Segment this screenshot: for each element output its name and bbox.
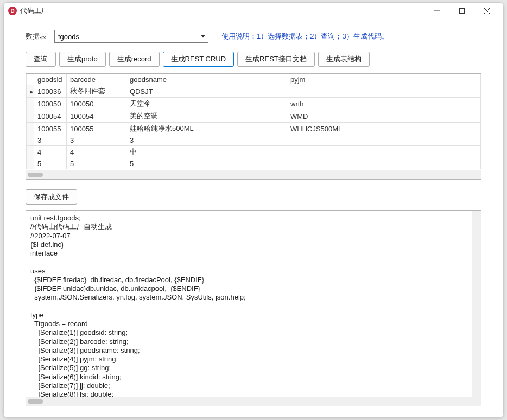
cell-barcode[interactable]: 4 — [67, 146, 126, 158]
cell-goodsid[interactable]: 4 — [34, 146, 67, 158]
cell-pyjm[interactable]: wrth — [287, 98, 481, 110]
row-indicator-cell[interactable] — [27, 135, 34, 146]
cell-pyjm[interactable] — [287, 158, 481, 169]
row-indicator-cell[interactable]: ▸ — [27, 85, 34, 98]
table-row[interactable]: ▸100036秋冬四件套QDSJT — [27, 85, 481, 98]
table-row[interactable]: 100050100050天堂伞wrth — [27, 98, 481, 110]
grid-col-goodsid[interactable]: goodsid — [34, 74, 67, 85]
grid-header-row: goodsid barcode goodsname pyjm — [27, 74, 481, 85]
cell-pyjm[interactable] — [287, 85, 481, 98]
cell-barcode[interactable]: 100050 — [67, 98, 126, 110]
gen-record-button[interactable]: 生成record — [109, 52, 160, 67]
data-table-select[interactable] — [54, 30, 208, 43]
query-button[interactable]: 查询 — [26, 52, 56, 67]
row-indicator-cell[interactable] — [27, 110, 34, 123]
cell-goodsname[interactable]: 5 — [126, 158, 287, 169]
cell-goodsname[interactable]: QDSJT — [126, 85, 287, 98]
cell-goodsid[interactable]: 100054 — [34, 110, 67, 123]
code-vertical-scrollbar[interactable] — [472, 211, 481, 397]
code-output-panel: unit rest.tgoods; //代码由代码工厂自动生成 //2022-0… — [26, 210, 481, 406]
cell-goodsid[interactable]: 3 — [34, 135, 67, 146]
grid-col-barcode[interactable]: barcode — [67, 74, 126, 85]
close-button[interactable] — [475, 3, 499, 18]
titlebar: D 代码工厂 — [4, 3, 503, 19]
cell-barcode[interactable]: 秋冬四件套 — [67, 85, 126, 98]
cell-barcode[interactable]: 5 — [67, 158, 126, 169]
cell-goodsid[interactable]: 5 — [34, 158, 67, 169]
gen-proto-button[interactable]: 生成proto — [59, 52, 106, 67]
content-area: 数据表 使用说明：1）选择数据表；2）查询；3）生成代码。 查询 生成proto… — [4, 19, 503, 417]
cell-barcode[interactable]: 100054 — [67, 110, 126, 123]
table-row[interactable]: 44中 — [27, 146, 481, 158]
scrollbar-thumb[interactable] — [28, 399, 43, 404]
cell-goodsid[interactable]: 100055 — [34, 123, 67, 135]
cell-goodsname[interactable]: 美的空调 — [126, 110, 287, 123]
svg-rect-1 — [460, 9, 465, 14]
minimize-button[interactable] — [425, 3, 449, 18]
data-table-select-wrap — [54, 30, 208, 43]
maximize-icon — [459, 8, 465, 14]
cell-goodsname[interactable]: 3 — [126, 135, 287, 146]
save-row: 保存成文件 — [26, 189, 481, 205]
minimize-icon — [434, 8, 440, 14]
scrollbar-thumb[interactable] — [28, 173, 43, 177]
cell-pyjm[interactable] — [287, 146, 481, 158]
code-textarea[interactable]: unit rest.tgoods; //代码由代码工厂自动生成 //2022-0… — [26, 211, 481, 397]
app-icon: D — [8, 7, 17, 15]
data-grid[interactable]: goodsid barcode goodsname pyjm ▸100036秋冬… — [26, 73, 481, 180]
gen-rest-doc-button[interactable]: 生成REST接口文档 — [237, 52, 315, 67]
maximize-button[interactable] — [450, 3, 474, 18]
grid-col-goodsname[interactable]: goodsname — [126, 74, 287, 85]
grid-indicator-header — [27, 74, 34, 85]
table-row[interactable]: 100054100054美的空调WMD — [27, 110, 481, 123]
cell-barcode[interactable]: 3 — [67, 135, 126, 146]
code-horizontal-scrollbar[interactable] — [26, 397, 481, 406]
instructions-text: 使用说明：1）选择数据表；2）查询；3）生成代码。 — [221, 31, 389, 41]
data-table-label: 数据表 — [26, 31, 47, 41]
gen-table-struct-button[interactable]: 生成表结构 — [318, 52, 370, 67]
table-row[interactable]: 100055100055娃哈哈纯净水500MLWHHCJS500ML — [27, 123, 481, 135]
cell-goodsid[interactable]: 100050 — [34, 98, 67, 110]
close-icon — [484, 8, 490, 14]
row-indicator-cell[interactable] — [27, 98, 34, 110]
gen-rest-crud-button[interactable]: 生成REST CRUD — [163, 52, 235, 67]
save-file-button[interactable]: 保存成文件 — [26, 189, 77, 205]
data-table-row: 数据表 使用说明：1）选择数据表；2）查询；3）生成代码。 — [26, 30, 481, 43]
cell-goodsid[interactable]: 100036 — [34, 85, 67, 98]
action-button-row: 查询 生成proto 生成record 生成REST CRUD 生成REST接口… — [26, 52, 481, 67]
cell-goodsname[interactable]: 天堂伞 — [126, 98, 287, 110]
grid-horizontal-scrollbar[interactable] — [26, 170, 481, 179]
cell-barcode[interactable]: 100055 — [67, 123, 126, 135]
app-window: D 代码工厂 数据表 使用说明：1）选择数据表；2）查询；3）生成代码。 查询 … — [3, 2, 504, 418]
grid-col-pyjm[interactable]: pyjm — [287, 74, 481, 85]
cell-pyjm[interactable]: WHHCJS500ML — [287, 123, 481, 135]
cell-pyjm[interactable]: WMD — [287, 110, 481, 123]
row-indicator-cell[interactable] — [27, 146, 34, 158]
data-grid-table: goodsid barcode goodsname pyjm ▸100036秋冬… — [26, 74, 481, 169]
row-indicator-cell[interactable] — [27, 123, 34, 135]
cell-pyjm[interactable] — [287, 135, 481, 146]
row-indicator-cell[interactable] — [27, 158, 34, 169]
table-row[interactable]: 555 — [27, 158, 481, 169]
table-row[interactable]: 333 — [27, 135, 481, 146]
cell-goodsname[interactable]: 中 — [126, 146, 287, 158]
window-controls — [425, 3, 499, 18]
cell-goodsname[interactable]: 娃哈哈纯净水500ML — [126, 123, 287, 135]
window-title: 代码工厂 — [20, 6, 425, 16]
